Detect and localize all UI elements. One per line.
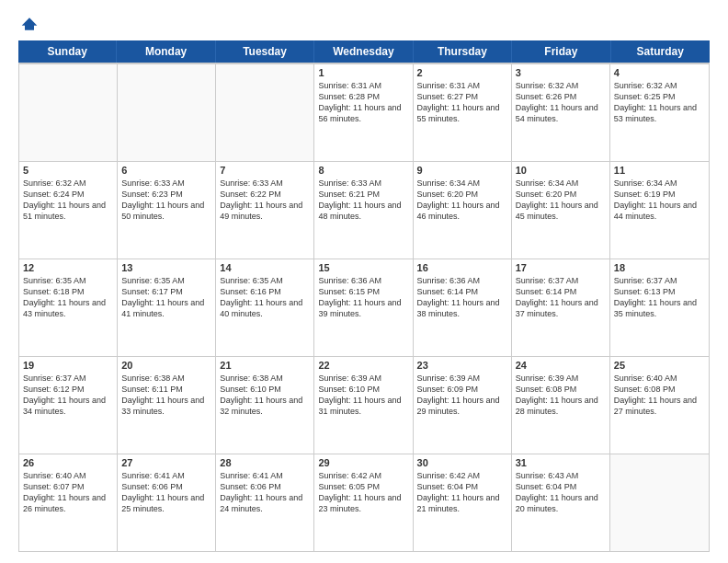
day-cell-27: 27Sunrise: 6:41 AM Sunset: 6:06 PM Dayli… xyxy=(118,454,216,551)
day-cell-15: 15Sunrise: 6:36 AM Sunset: 6:15 PM Dayli… xyxy=(314,259,413,356)
day-info-18: Sunrise: 6:37 AM Sunset: 6:13 PM Dayligh… xyxy=(614,275,705,320)
weekday-header-tuesday: Tuesday xyxy=(216,40,314,63)
calendar-row-4: 19Sunrise: 6:37 AM Sunset: 6:12 PM Dayli… xyxy=(19,357,709,454)
day-info-2: Sunrise: 6:31 AM Sunset: 6:27 PM Dayligh… xyxy=(417,80,507,125)
calendar-row-2: 5Sunrise: 6:32 AM Sunset: 6:24 PM Daylig… xyxy=(19,162,709,259)
day-number-8: 8 xyxy=(318,165,408,176)
day-cell-22: 22Sunrise: 6:39 AM Sunset: 6:10 PM Dayli… xyxy=(314,357,413,454)
logo xyxy=(18,15,39,33)
day-cell-9: 9Sunrise: 6:34 AM Sunset: 6:20 PM Daylig… xyxy=(414,162,512,259)
day-info-12: Sunrise: 6:35 AM Sunset: 6:18 PM Dayligh… xyxy=(23,275,113,320)
day-number-23: 23 xyxy=(417,360,507,371)
day-number-17: 17 xyxy=(516,262,606,273)
calendar-header: SundayMondayTuesdayWednesdayThursdayFrid… xyxy=(18,40,710,63)
day-cell-25: 25Sunrise: 6:40 AM Sunset: 6:08 PM Dayli… xyxy=(610,357,709,454)
day-cell-4: 4Sunrise: 6:32 AM Sunset: 6:25 PM Daylig… xyxy=(610,64,709,161)
day-info-13: Sunrise: 6:35 AM Sunset: 6:17 PM Dayligh… xyxy=(121,275,211,320)
day-number-26: 26 xyxy=(23,457,113,468)
day-cell-12: 12Sunrise: 6:35 AM Sunset: 6:18 PM Dayli… xyxy=(19,259,118,356)
day-info-25: Sunrise: 6:40 AM Sunset: 6:08 PM Dayligh… xyxy=(614,373,705,418)
empty-cell-w0c2 xyxy=(216,64,314,161)
day-cell-5: 5Sunrise: 6:32 AM Sunset: 6:24 PM Daylig… xyxy=(19,162,118,259)
day-info-8: Sunrise: 6:33 AM Sunset: 6:21 PM Dayligh… xyxy=(318,178,408,223)
day-info-27: Sunrise: 6:41 AM Sunset: 6:06 PM Dayligh… xyxy=(121,470,211,515)
day-number-11: 11 xyxy=(614,165,705,176)
day-number-20: 20 xyxy=(121,360,211,371)
day-cell-6: 6Sunrise: 6:33 AM Sunset: 6:23 PM Daylig… xyxy=(118,162,216,259)
day-cell-20: 20Sunrise: 6:38 AM Sunset: 6:11 PM Dayli… xyxy=(118,357,216,454)
day-cell-3: 3Sunrise: 6:32 AM Sunset: 6:26 PM Daylig… xyxy=(512,64,610,161)
day-info-30: Sunrise: 6:42 AM Sunset: 6:04 PM Dayligh… xyxy=(417,470,507,515)
weekday-header-sunday: Sunday xyxy=(18,40,117,63)
weekday-header-friday: Friday xyxy=(512,40,610,63)
day-info-4: Sunrise: 6:32 AM Sunset: 6:25 PM Dayligh… xyxy=(614,80,705,125)
day-info-28: Sunrise: 6:41 AM Sunset: 6:06 PM Dayligh… xyxy=(220,470,310,515)
day-info-22: Sunrise: 6:39 AM Sunset: 6:10 PM Dayligh… xyxy=(318,373,408,418)
day-info-6: Sunrise: 6:33 AM Sunset: 6:23 PM Dayligh… xyxy=(121,178,211,223)
day-number-13: 13 xyxy=(121,262,211,273)
day-info-16: Sunrise: 6:36 AM Sunset: 6:14 PM Dayligh… xyxy=(417,275,507,320)
calendar-row-3: 12Sunrise: 6:35 AM Sunset: 6:18 PM Dayli… xyxy=(19,259,709,357)
day-info-26: Sunrise: 6:40 AM Sunset: 6:07 PM Dayligh… xyxy=(23,470,113,515)
day-info-21: Sunrise: 6:38 AM Sunset: 6:10 PM Dayligh… xyxy=(220,373,310,418)
day-info-23: Sunrise: 6:39 AM Sunset: 6:09 PM Dayligh… xyxy=(417,373,507,418)
day-info-14: Sunrise: 6:35 AM Sunset: 6:16 PM Dayligh… xyxy=(220,275,310,320)
day-number-25: 25 xyxy=(614,360,705,371)
empty-cell-w0c0 xyxy=(19,64,118,161)
day-info-11: Sunrise: 6:34 AM Sunset: 6:19 PM Dayligh… xyxy=(614,178,705,223)
day-info-29: Sunrise: 6:42 AM Sunset: 6:05 PM Dayligh… xyxy=(318,470,408,515)
page: SundayMondayTuesdayWednesdayThursdayFrid… xyxy=(0,0,728,563)
day-number-21: 21 xyxy=(220,360,310,371)
day-cell-18: 18Sunrise: 6:37 AM Sunset: 6:13 PM Dayli… xyxy=(610,259,709,356)
calendar-row-1: 1Sunrise: 6:31 AM Sunset: 6:28 PM Daylig… xyxy=(19,63,709,162)
day-info-24: Sunrise: 6:39 AM Sunset: 6:08 PM Dayligh… xyxy=(516,373,606,418)
day-cell-7: 7Sunrise: 6:33 AM Sunset: 6:22 PM Daylig… xyxy=(216,162,314,259)
day-cell-16: 16Sunrise: 6:36 AM Sunset: 6:14 PM Dayli… xyxy=(414,259,512,356)
day-number-31: 31 xyxy=(516,457,606,468)
day-number-3: 3 xyxy=(516,67,606,78)
day-number-14: 14 xyxy=(220,262,310,273)
empty-cell-w4c6 xyxy=(610,454,709,551)
day-cell-2: 2Sunrise: 6:31 AM Sunset: 6:27 PM Daylig… xyxy=(414,64,512,161)
day-number-6: 6 xyxy=(121,165,211,176)
day-cell-31: 31Sunrise: 6:43 AM Sunset: 6:04 PM Dayli… xyxy=(512,454,610,551)
day-cell-10: 10Sunrise: 6:34 AM Sunset: 6:20 PM Dayli… xyxy=(512,162,610,259)
day-number-2: 2 xyxy=(417,67,507,78)
day-info-15: Sunrise: 6:36 AM Sunset: 6:15 PM Dayligh… xyxy=(318,275,408,320)
day-number-24: 24 xyxy=(516,360,606,371)
weekday-header-wednesday: Wednesday xyxy=(314,40,413,63)
day-cell-23: 23Sunrise: 6:39 AM Sunset: 6:09 PM Dayli… xyxy=(414,357,512,454)
day-number-7: 7 xyxy=(220,165,310,176)
day-number-29: 29 xyxy=(318,457,408,468)
weekday-header-monday: Monday xyxy=(117,40,215,63)
day-number-1: 1 xyxy=(318,67,408,78)
weekday-header-saturday: Saturday xyxy=(611,40,710,63)
day-info-3: Sunrise: 6:32 AM Sunset: 6:26 PM Dayligh… xyxy=(516,80,606,125)
day-number-4: 4 xyxy=(614,67,705,78)
day-cell-19: 19Sunrise: 6:37 AM Sunset: 6:12 PM Dayli… xyxy=(19,357,118,454)
day-info-17: Sunrise: 6:37 AM Sunset: 6:14 PM Dayligh… xyxy=(516,275,606,320)
day-info-5: Sunrise: 6:32 AM Sunset: 6:24 PM Dayligh… xyxy=(23,178,113,223)
day-cell-28: 28Sunrise: 6:41 AM Sunset: 6:06 PM Dayli… xyxy=(216,454,314,551)
day-info-19: Sunrise: 6:37 AM Sunset: 6:12 PM Dayligh… xyxy=(23,373,113,418)
day-number-19: 19 xyxy=(23,360,113,371)
header xyxy=(18,15,710,33)
day-number-22: 22 xyxy=(318,360,408,371)
day-number-27: 27 xyxy=(121,457,211,468)
svg-marker-0 xyxy=(22,17,38,29)
day-cell-11: 11Sunrise: 6:34 AM Sunset: 6:19 PM Dayli… xyxy=(610,162,709,259)
weekday-header-thursday: Thursday xyxy=(414,40,512,63)
day-number-16: 16 xyxy=(417,262,507,273)
day-cell-13: 13Sunrise: 6:35 AM Sunset: 6:17 PM Dayli… xyxy=(118,259,216,356)
logo-icon xyxy=(20,15,39,33)
day-cell-8: 8Sunrise: 6:33 AM Sunset: 6:21 PM Daylig… xyxy=(314,162,413,259)
empty-cell-w0c1 xyxy=(118,64,216,161)
day-info-9: Sunrise: 6:34 AM Sunset: 6:20 PM Dayligh… xyxy=(417,178,507,223)
day-info-31: Sunrise: 6:43 AM Sunset: 6:04 PM Dayligh… xyxy=(516,470,606,515)
day-info-7: Sunrise: 6:33 AM Sunset: 6:22 PM Dayligh… xyxy=(220,178,310,223)
day-info-20: Sunrise: 6:38 AM Sunset: 6:11 PM Dayligh… xyxy=(121,373,211,418)
day-cell-30: 30Sunrise: 6:42 AM Sunset: 6:04 PM Dayli… xyxy=(414,454,512,551)
day-cell-26: 26Sunrise: 6:40 AM Sunset: 6:07 PM Dayli… xyxy=(19,454,118,551)
day-number-18: 18 xyxy=(614,262,705,273)
day-cell-24: 24Sunrise: 6:39 AM Sunset: 6:08 PM Dayli… xyxy=(512,357,610,454)
